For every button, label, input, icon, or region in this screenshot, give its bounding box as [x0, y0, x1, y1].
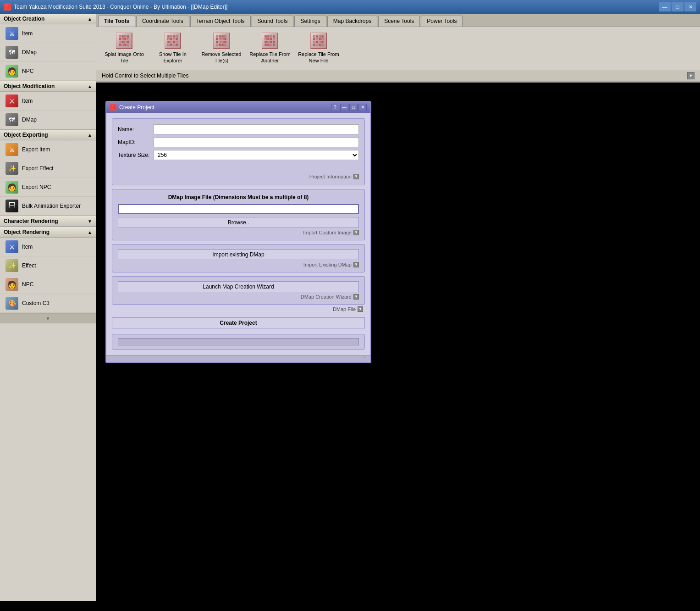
project-info-section: Name: MapID: Texture Size: 256 — [112, 118, 365, 185]
chevron-up-icon-3: ▲ — [88, 133, 92, 138]
chevron-down-icon: ▼ — [88, 219, 92, 224]
modal-body: Name: MapID: Texture Size: 256 — [106, 113, 370, 355]
dmap-creation-collapse-icon[interactable]: ▼ — [353, 294, 359, 300]
texture-size-label: Texture Size: — [118, 152, 150, 158]
sidebar-item-label-export-item: Export Item — [22, 146, 50, 153]
sidebar-section-header-object-creation[interactable]: Object Creation ▲ — [0, 14, 96, 24]
tab-scene-tools[interactable]: Scene Tools — [378, 16, 420, 27]
dmap-file-title: DMap Image File (Dimensions Must be a mu… — [118, 194, 359, 200]
sidebar-section-character-rendering: Character Rendering ▼ — [0, 216, 96, 227]
toolbar-panel: Tile Tools Coordinate Tools Terrain Obje… — [96, 14, 700, 83]
project-info-collapse-icon[interactable]: ▼ — [353, 174, 359, 179]
maximize-button[interactable]: □ — [672, 2, 683, 11]
tab-terrain-object-tools[interactable]: Terrain Object Tools — [190, 16, 251, 27]
replace-tile-from-another-button[interactable]: Replace Tile From Another — [248, 31, 292, 66]
texture-size-row: Texture Size: 256 512 1024 — [118, 150, 359, 160]
import-existing-dmap-button[interactable]: Import existing DMap — [118, 249, 359, 260]
render-effect-icon: ✨ — [6, 259, 18, 272]
texture-size-select[interactable]: 256 512 1024 — [154, 150, 359, 160]
launch-map-creation-wizard-button[interactable]: Launch Map Creation Wizard — [118, 281, 359, 292]
sidebar-section-object-exporting: Object Exporting ▲ ⚔ Export Item ✨ Expor… — [0, 130, 96, 216]
chevron-up-icon-4: ▲ — [88, 230, 92, 235]
modal-close-button[interactable]: ✕ — [358, 104, 367, 111]
import-existing-collapse-icon[interactable]: ▼ — [353, 262, 359, 267]
tab-power-tools[interactable]: Power Tools — [421, 16, 463, 27]
replace-tile-from-file-label: Replace Tile From New File — [298, 51, 339, 64]
tab-tile-tools[interactable]: Tile Tools — [98, 16, 135, 27]
modal-minimize-button[interactable]: — — [340, 104, 348, 111]
sidebar-item-render-effect[interactable]: ✨ Effect — [0, 256, 96, 275]
custom-c3-icon: 🎨 — [6, 297, 18, 310]
chevron-up-icon: ▲ — [88, 17, 92, 22]
modal-help-button[interactable]: ? — [331, 104, 339, 111]
remove-selected-tiles-button[interactable]: Remove Selected Tile(s) — [199, 31, 244, 66]
sidebar-item-export-item[interactable]: ⚔ Export Item — [0, 140, 96, 159]
tab-coordinate-tools[interactable]: Coordinate Tools — [136, 16, 189, 27]
dmap-file-label: DMap File — [333, 306, 356, 312]
dmap-creation-footer: DMap Creation Wizard ▼ — [118, 294, 359, 300]
tab-settings[interactable]: Settings — [294, 16, 326, 27]
sidebar-item-npc-creation[interactable]: 🧑 NPC — [0, 62, 96, 81]
dmap-file-input[interactable] — [118, 204, 359, 214]
sidebar-item-item-creation[interactable]: ⚔ Item — [0, 24, 96, 43]
create-project-button[interactable]: Create Project — [112, 317, 365, 328]
tab-sound-tools[interactable]: Sound Tools — [252, 16, 294, 27]
import-custom-collapse-icon[interactable]: ▼ — [353, 230, 359, 235]
mapid-field-row: MapID: — [118, 137, 359, 147]
modal-title: Create Project — [119, 104, 154, 111]
modal-maximize-button[interactable]: □ — [349, 104, 358, 111]
content-area: Tile Tools Coordinate Tools Terrain Obje… — [96, 14, 700, 601]
sidebar-section-header-character-rendering[interactable]: Character Rendering ▼ — [0, 216, 96, 227]
import-existing-dmap-section: Import existing DMap Import Existing DMa… — [112, 244, 365, 272]
sidebar-item-label-export-npc: Export NPC — [22, 184, 51, 190]
sidebar-item-dmap-creation[interactable]: 🗺 DMap — [0, 43, 96, 62]
window-title: Team Yakuza Modification Suite 2013 - Co… — [14, 4, 227, 10]
name-input[interactable] — [154, 124, 359, 134]
sidebar-item-render-npc[interactable]: 🧑 NPC — [0, 275, 96, 294]
dmap-file-collapse-icon[interactable]: ▼ — [358, 306, 363, 312]
splat-image-onto-tile-button[interactable]: Splat Image Onto Tile — [102, 31, 147, 66]
sidebar-item-item-modification[interactable]: ⚔ Item — [0, 92, 96, 111]
tab-map-backdrops[interactable]: Map Backdrops — [327, 16, 377, 27]
project-info-label: Project Information — [309, 174, 352, 179]
info-bar-toggle[interactable]: ▼ — [687, 72, 694, 79]
sidebar-item-label-bulk-animation: Bulk Animation Exporter — [22, 203, 81, 209]
sidebar-section-header-object-modification[interactable]: Object Modification ▲ — [0, 81, 96, 92]
modal-app-icon: 🔴 — [110, 104, 116, 111]
import-custom-footer: Import Custom Image ▼ — [118, 230, 359, 235]
sidebar-section-header-object-exporting[interactable]: Object Exporting ▲ — [0, 130, 96, 140]
show-tile-in-explorer-label: Show Tile In Explorer — [152, 51, 193, 64]
sidebar-item-label-export-effect: Export Effect — [22, 165, 53, 172]
show-tile-icon — [165, 33, 181, 49]
chevron-up-icon-2: ▲ — [88, 84, 92, 89]
bulk-animation-icon: 🎞 — [6, 200, 18, 212]
sidebar-item-custom-c3[interactable]: 🎨 Custom C3 — [0, 294, 96, 313]
export-item-icon: ⚔ — [6, 143, 18, 156]
tabs-row: Tile Tools Coordinate Tools Terrain Obje… — [96, 14, 700, 27]
modal-controls: ? — □ ✕ — [331, 104, 367, 111]
item-modification-icon: ⚔ — [6, 94, 18, 107]
sidebar-item-label-render-effect: Effect — [22, 262, 36, 269]
show-tile-in-explorer-button[interactable]: Show Tile In Explorer — [150, 31, 195, 66]
sidebar-section-label-character-rendering: Character Rendering — [4, 218, 58, 224]
sidebar-item-export-effect[interactable]: ✨ Export Effect — [0, 159, 96, 178]
replace-tile-from-file-button[interactable]: Replace Tile From New File — [296, 31, 341, 66]
sidebar-item-label-item-mod: Item — [22, 98, 33, 104]
close-button[interactable]: ✕ — [684, 2, 696, 11]
sidebar-item-export-npc[interactable]: 🧑 Export NPC — [0, 178, 96, 197]
sidebar-item-dmap-modification[interactable]: 🗺 DMap — [0, 111, 96, 129]
mapid-input[interactable] — [154, 137, 359, 147]
browse-button[interactable]: Browse.. — [118, 217, 359, 228]
sidebar-item-label-dmap-creation: DMap — [22, 49, 37, 56]
render-item-icon: ⚔ — [6, 240, 18, 253]
sidebar-item-bulk-animation[interactable]: 🎞 Bulk Animation Exporter — [0, 197, 96, 216]
sidebar-item-render-item[interactable]: ⚔ Item — [0, 238, 96, 256]
minimize-button[interactable]: — — [659, 2, 671, 11]
import-existing-label: Import Existing DMap — [303, 262, 352, 267]
sidebar-item-label-npc-creation: NPC — [22, 68, 33, 74]
app-icon: 🔴 — [4, 3, 11, 11]
title-bar-left: 🔴 Team Yakuza Modification Suite 2013 - … — [4, 3, 227, 11]
sidebar-section-header-object-rendering[interactable]: Object Rendering ▲ — [0, 227, 96, 238]
dmap-creation-wizard-section: Launch Map Creation Wizard DMap Creation… — [112, 276, 365, 305]
modal-resize-handle[interactable]: ⋱ — [106, 355, 370, 362]
